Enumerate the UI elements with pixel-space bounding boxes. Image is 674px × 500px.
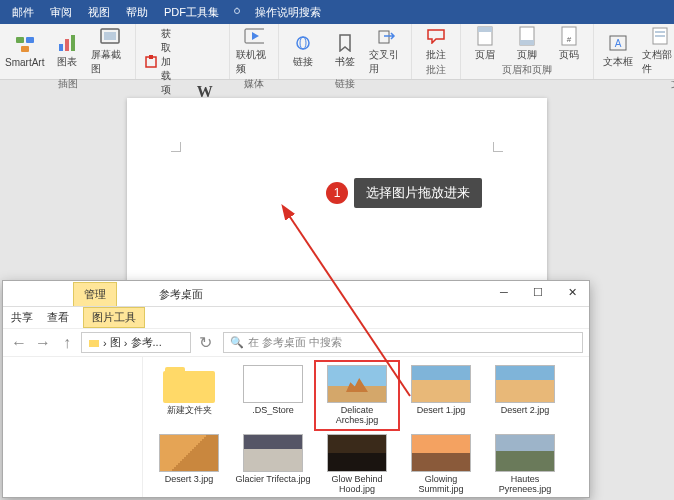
- close-button[interactable]: ✕: [555, 281, 589, 303]
- image-thumbnail: [327, 434, 387, 472]
- group-label: 批注: [426, 62, 446, 77]
- footer-button[interactable]: 页脚: [509, 26, 545, 62]
- svg-rect-1: [237, 8, 238, 10]
- group-addins: 获取加载项 我的加载项 WWikipedia 加载项: [136, 24, 229, 79]
- tab-mail[interactable]: 邮件: [4, 5, 42, 20]
- svg-point-0: [235, 9, 240, 14]
- cross-reference-button[interactable]: 交叉引用: [369, 26, 405, 76]
- comment-button[interactable]: 批注: [418, 26, 454, 62]
- maximize-button[interactable]: ☐: [521, 281, 555, 303]
- forward-button[interactable]: →: [33, 333, 53, 353]
- margin-corner: [171, 142, 181, 152]
- image-thumbnail: [159, 434, 219, 472]
- margin-corner: [493, 142, 503, 152]
- file-item[interactable]: Glacier Trifecta.jpg: [233, 432, 313, 497]
- image-thumbnail: [411, 434, 471, 472]
- up-button[interactable]: ↑: [57, 333, 77, 353]
- page-number-button[interactable]: #页码: [551, 26, 587, 62]
- explorer-tabs-row: 共享 查看 图片工具: [3, 307, 589, 329]
- textbox-button[interactable]: A文本框: [600, 26, 636, 76]
- file-grid: 新建文件夹.DS_StoreDelicate Arches.jpgDesert …: [143, 357, 589, 497]
- svg-text:A: A: [614, 38, 621, 49]
- annotation-callout: 1 选择图片拖放进来: [326, 178, 482, 208]
- svg-rect-4: [21, 46, 29, 52]
- svg-rect-28: [655, 31, 665, 33]
- header-button[interactable]: 页眉: [467, 26, 503, 62]
- file-name: Desert 1.jpg: [417, 406, 466, 416]
- svg-rect-20: [478, 27, 492, 32]
- group-label: 页眉和页脚: [502, 62, 552, 77]
- svg-rect-22: [520, 40, 534, 45]
- svg-rect-9: [104, 32, 116, 40]
- back-button[interactable]: ←: [9, 333, 29, 353]
- svg-rect-34: [89, 340, 99, 347]
- image-thumbnail: [243, 365, 303, 403]
- file-name: Desert 2.jpg: [501, 406, 550, 416]
- group-illustrations: SmartArt 图表 屏幕截图 插图: [0, 24, 136, 79]
- tell-me-search[interactable]: 操作说明搜索: [231, 5, 329, 20]
- group-links: 链接 书签 交叉引用 链接: [279, 24, 412, 79]
- tab-pdf[interactable]: PDF工具集: [156, 5, 227, 20]
- refresh-button[interactable]: ↻: [195, 333, 215, 353]
- link-button[interactable]: 链接: [285, 26, 321, 76]
- image-thumbnail: [411, 365, 471, 403]
- file-item[interactable]: Glow Behind Hood.jpg: [317, 432, 397, 497]
- svg-rect-18: [379, 31, 389, 43]
- file-item[interactable]: 新建文件夹: [149, 363, 229, 428]
- image-thumbnail: [495, 434, 555, 472]
- tab-help[interactable]: 帮助: [118, 5, 156, 20]
- minimize-button[interactable]: ─: [487, 281, 521, 303]
- ribbon: SmartArt 图表 屏幕截图 插图 获取加载项 我的加载项 WWikiped…: [0, 24, 674, 80]
- file-item[interactable]: Desert 2.jpg: [485, 363, 565, 428]
- explorer-nav-bar: ← → ↑ › 图 › 参考... ↻ 🔍 在 参考桌面 中搜索: [3, 329, 589, 357]
- file-name: .DS_Store: [252, 406, 294, 416]
- svg-rect-6: [65, 39, 69, 51]
- online-video-button[interactable]: 联机视频: [236, 26, 272, 76]
- tab-share[interactable]: 共享: [11, 310, 33, 325]
- file-item[interactable]: Delicate Arches.jpg: [317, 363, 397, 428]
- svg-rect-29: [655, 35, 665, 37]
- svg-rect-5: [59, 44, 63, 51]
- file-name: Delicate Arches.jpg: [319, 406, 395, 426]
- file-item[interactable]: Desert 1.jpg: [401, 363, 481, 428]
- tab-picture-tools[interactable]: 图片工具: [83, 307, 145, 328]
- search-icon: 🔍: [230, 336, 244, 349]
- image-thumbnail: [495, 365, 555, 403]
- file-item[interactable]: Hautes Pyrenees.jpg: [485, 432, 565, 497]
- tab-review[interactable]: 审阅: [42, 5, 80, 20]
- bookmark-button[interactable]: 书签: [327, 26, 363, 76]
- quick-parts-button[interactable]: 文档部件: [642, 26, 674, 76]
- chart-button[interactable]: 图表: [49, 26, 85, 76]
- group-media: 联机视频 媒体: [230, 24, 279, 79]
- svg-point-17: [300, 37, 306, 49]
- tab-view[interactable]: 视图: [80, 5, 118, 20]
- callout-text: 选择图片拖放进来: [354, 178, 482, 208]
- file-item[interactable]: .DS_Store: [233, 363, 313, 428]
- svg-rect-11: [149, 55, 153, 59]
- window-title: 参考桌面: [159, 287, 203, 302]
- svg-rect-2: [16, 37, 24, 43]
- explorer-sidebar[interactable]: [3, 357, 143, 497]
- file-item[interactable]: Glowing Summit.jpg: [401, 432, 481, 497]
- file-explorer-window: 管理 参考桌面 ─ ☐ ✕ 共享 查看 图片工具 ← → ↑ › 图 › 参考.…: [2, 280, 590, 498]
- file-name: Desert 3.jpg: [165, 475, 214, 485]
- screenshot-button[interactable]: 屏幕截图: [91, 26, 129, 76]
- breadcrumb[interactable]: › 图 › 参考...: [81, 332, 191, 353]
- svg-text:#: #: [567, 35, 572, 44]
- word-tab-bar: 邮件 审阅 视图 帮助 PDF工具集 操作说明搜索: [0, 0, 674, 24]
- svg-point-16: [297, 37, 309, 49]
- folder-icon: [88, 337, 100, 349]
- tab-manage[interactable]: 管理: [73, 282, 117, 306]
- file-name: Glacier Trifecta.jpg: [235, 475, 310, 485]
- smartart-button[interactable]: SmartArt: [6, 26, 43, 76]
- step-badge: 1: [326, 182, 348, 204]
- tab-view[interactable]: 查看: [47, 310, 69, 325]
- folder-icon: [163, 365, 215, 403]
- file-name: Hautes Pyrenees.jpg: [487, 475, 563, 495]
- file-item[interactable]: Desert 3.jpg: [149, 432, 229, 497]
- svg-rect-7: [71, 35, 75, 51]
- explorer-search[interactable]: 🔍 在 参考桌面 中搜索: [223, 332, 583, 353]
- group-text: A文本框 文档部件 A艺术字 A首字下沉 文本: [594, 24, 674, 79]
- svg-rect-3: [26, 37, 34, 43]
- file-name: Glow Behind Hood.jpg: [319, 475, 395, 495]
